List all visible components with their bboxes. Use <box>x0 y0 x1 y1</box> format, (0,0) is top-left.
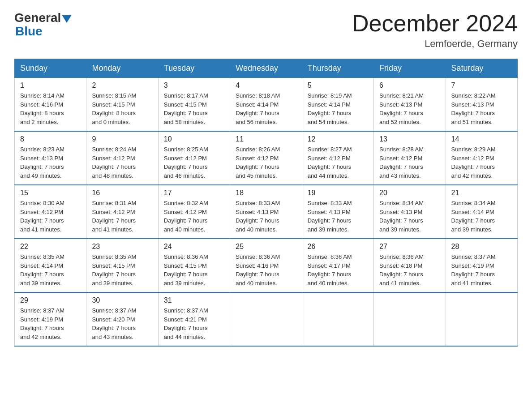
calendar-cell <box>446 292 517 346</box>
weekday-header-friday: Friday <box>374 59 446 78</box>
day-number: 4 <box>236 81 296 90</box>
day-info: Sunrise: 8:36 AMSunset: 4:17 PMDaylight:… <box>308 253 352 287</box>
day-number: 26 <box>308 243 368 251</box>
calendar-cell: 31 Sunrise: 8:37 AMSunset: 4:21 PMDaylig… <box>158 292 230 346</box>
calendar-cell: 25 Sunrise: 8:36 AMSunset: 4:16 PMDaylig… <box>230 239 302 292</box>
logo-blue-text: Blue <box>15 24 43 39</box>
calendar-cell <box>302 292 373 346</box>
calendar-cell: 4 Sunrise: 8:18 AMSunset: 4:14 PMDayligh… <box>230 78 302 132</box>
calendar-cell: 13 Sunrise: 8:28 AMSunset: 4:12 PMDaylig… <box>374 131 446 185</box>
day-number: 5 <box>308 81 368 90</box>
calendar-subtitle: Lemfoerde, Germany <box>352 38 518 50</box>
logo-triangle-icon <box>62 15 72 23</box>
day-info: Sunrise: 8:36 AMSunset: 4:16 PMDaylight:… <box>236 253 280 287</box>
day-number: 3 <box>164 81 224 90</box>
day-number: 29 <box>20 296 81 304</box>
day-info: Sunrise: 8:33 AMSunset: 4:13 PMDaylight:… <box>236 200 280 233</box>
calendar-cell: 30 Sunrise: 8:37 AMSunset: 4:20 PMDaylig… <box>86 292 158 346</box>
calendar-cell: 10 Sunrise: 8:25 AMSunset: 4:12 PMDaylig… <box>158 131 230 185</box>
calendar-cell <box>230 292 302 346</box>
day-info: Sunrise: 8:33 AMSunset: 4:13 PMDaylight:… <box>308 200 352 233</box>
page-header: General Blue December 2024 Lemfoerde, Ge… <box>14 11 518 50</box>
calendar-cell: 2 Sunrise: 8:15 AMSunset: 4:15 PMDayligh… <box>86 78 158 132</box>
day-number: 17 <box>164 189 224 197</box>
title-section: December 2024 Lemfoerde, Germany <box>352 11 518 50</box>
calendar-cell: 7 Sunrise: 8:22 AMSunset: 4:13 PMDayligh… <box>446 78 517 132</box>
day-number: 28 <box>451 243 512 251</box>
day-info: Sunrise: 8:37 AMSunset: 4:20 PMDaylight:… <box>92 307 136 340</box>
calendar-cell: 19 Sunrise: 8:33 AMSunset: 4:13 PMDaylig… <box>302 185 373 239</box>
day-number: 16 <box>92 189 152 197</box>
calendar-cell: 16 Sunrise: 8:31 AMSunset: 4:12 PMDaylig… <box>86 185 158 239</box>
calendar-cell: 26 Sunrise: 8:36 AMSunset: 4:17 PMDaylig… <box>302 239 373 292</box>
calendar-table: SundayMondayTuesdayWednesdayThursdayFrid… <box>14 59 518 347</box>
calendar-cell: 24 Sunrise: 8:36 AMSunset: 4:15 PMDaylig… <box>158 239 230 292</box>
day-info: Sunrise: 8:17 AMSunset: 4:15 PMDaylight:… <box>164 92 208 125</box>
day-number: 18 <box>236 189 296 197</box>
day-number: 27 <box>379 243 440 251</box>
day-info: Sunrise: 8:24 AMSunset: 4:12 PMDaylight:… <box>92 146 136 179</box>
day-info: Sunrise: 8:31 AMSunset: 4:12 PMDaylight:… <box>92 200 136 233</box>
calendar-cell: 29 Sunrise: 8:37 AMSunset: 4:19 PMDaylig… <box>15 292 86 346</box>
day-info: Sunrise: 8:30 AMSunset: 4:12 PMDaylight:… <box>20 200 64 233</box>
logo-general-text: General <box>14 11 61 25</box>
calendar-cell: 12 Sunrise: 8:27 AMSunset: 4:12 PMDaylig… <box>302 131 373 185</box>
calendar-week-1: 1 Sunrise: 8:14 AMSunset: 4:16 PMDayligh… <box>15 78 518 132</box>
day-info: Sunrise: 8:25 AMSunset: 4:12 PMDaylight:… <box>164 146 208 179</box>
day-number: 9 <box>92 135 152 143</box>
calendar-cell: 8 Sunrise: 8:23 AMSunset: 4:13 PMDayligh… <box>15 131 86 185</box>
day-info: Sunrise: 8:28 AMSunset: 4:12 PMDaylight:… <box>379 146 424 179</box>
day-number: 1 <box>20 81 81 90</box>
calendar-cell <box>374 292 446 346</box>
day-number: 30 <box>92 296 152 304</box>
calendar-week-4: 22 Sunrise: 8:35 AMSunset: 4:14 PMDaylig… <box>15 239 518 292</box>
calendar-cell: 15 Sunrise: 8:30 AMSunset: 4:12 PMDaylig… <box>15 185 86 239</box>
day-number: 6 <box>379 81 440 90</box>
calendar-body: 1 Sunrise: 8:14 AMSunset: 4:16 PMDayligh… <box>15 78 518 347</box>
day-info: Sunrise: 8:19 AMSunset: 4:14 PMDaylight:… <box>308 92 352 125</box>
day-number: 31 <box>164 296 224 304</box>
day-info: Sunrise: 8:14 AMSunset: 4:16 PMDaylight:… <box>20 92 64 125</box>
weekday-header-thursday: Thursday <box>302 59 373 78</box>
weekday-header-sunday: Sunday <box>15 59 86 78</box>
weekday-header-wednesday: Wednesday <box>230 59 302 78</box>
calendar-header: SundayMondayTuesdayWednesdayThursdayFrid… <box>15 59 518 78</box>
day-number: 7 <box>451 81 512 90</box>
day-info: Sunrise: 8:27 AMSunset: 4:12 PMDaylight:… <box>308 146 352 179</box>
day-info: Sunrise: 8:22 AMSunset: 4:13 PMDaylight:… <box>451 92 496 125</box>
day-number: 11 <box>236 135 296 143</box>
calendar-cell: 9 Sunrise: 8:24 AMSunset: 4:12 PMDayligh… <box>86 131 158 185</box>
day-number: 14 <box>451 135 512 143</box>
day-info: Sunrise: 8:36 AMSunset: 4:18 PMDaylight:… <box>379 253 424 287</box>
calendar-week-3: 15 Sunrise: 8:30 AMSunset: 4:12 PMDaylig… <box>15 185 518 239</box>
day-info: Sunrise: 8:35 AMSunset: 4:14 PMDaylight:… <box>20 253 64 287</box>
day-number: 19 <box>308 189 368 197</box>
calendar-cell: 20 Sunrise: 8:34 AMSunset: 4:13 PMDaylig… <box>374 185 446 239</box>
day-number: 20 <box>379 189 440 197</box>
day-info: Sunrise: 8:23 AMSunset: 4:13 PMDaylight:… <box>20 146 64 179</box>
calendar-cell: 23 Sunrise: 8:35 AMSunset: 4:15 PMDaylig… <box>86 239 158 292</box>
calendar-cell: 17 Sunrise: 8:32 AMSunset: 4:12 PMDaylig… <box>158 185 230 239</box>
day-info: Sunrise: 8:15 AMSunset: 4:15 PMDaylight:… <box>92 92 136 125</box>
logo: General Blue <box>14 11 72 39</box>
day-number: 12 <box>308 135 368 143</box>
calendar-cell: 14 Sunrise: 8:29 AMSunset: 4:12 PMDaylig… <box>446 131 517 185</box>
calendar-week-5: 29 Sunrise: 8:37 AMSunset: 4:19 PMDaylig… <box>15 292 518 346</box>
day-info: Sunrise: 8:32 AMSunset: 4:12 PMDaylight:… <box>164 200 208 233</box>
calendar-cell: 21 Sunrise: 8:34 AMSunset: 4:14 PMDaylig… <box>446 185 517 239</box>
calendar-cell: 6 Sunrise: 8:21 AMSunset: 4:13 PMDayligh… <box>374 78 446 132</box>
calendar-week-2: 8 Sunrise: 8:23 AMSunset: 4:13 PMDayligh… <box>15 131 518 185</box>
day-number: 8 <box>20 135 81 143</box>
day-info: Sunrise: 8:34 AMSunset: 4:13 PMDaylight:… <box>379 200 424 233</box>
day-number: 13 <box>379 135 440 143</box>
calendar-cell: 5 Sunrise: 8:19 AMSunset: 4:14 PMDayligh… <box>302 78 373 132</box>
day-info: Sunrise: 8:36 AMSunset: 4:15 PMDaylight:… <box>164 253 208 287</box>
day-info: Sunrise: 8:34 AMSunset: 4:14 PMDaylight:… <box>451 200 496 233</box>
day-number: 21 <box>451 189 512 197</box>
day-number: 15 <box>20 189 81 197</box>
svg-marker-0 <box>62 15 72 23</box>
day-info: Sunrise: 8:37 AMSunset: 4:19 PMDaylight:… <box>20 307 64 340</box>
calendar-cell: 22 Sunrise: 8:35 AMSunset: 4:14 PMDaylig… <box>15 239 86 292</box>
day-info: Sunrise: 8:21 AMSunset: 4:13 PMDaylight:… <box>379 92 424 125</box>
day-number: 24 <box>164 243 224 251</box>
